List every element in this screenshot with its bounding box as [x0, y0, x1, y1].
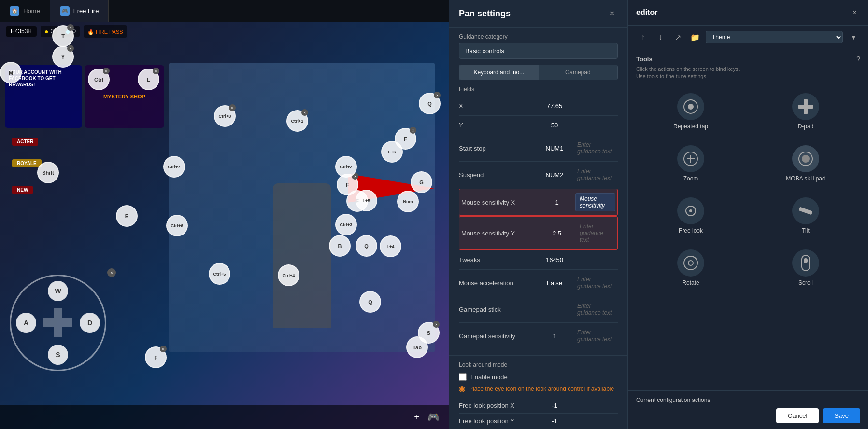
joystick[interactable]: W A S D: [10, 275, 106, 371]
toolbar-upload[interactable]: ↑: [636, 30, 650, 44]
scroll-label: Scroll: [798, 279, 813, 286]
key-shift[interactable]: Shift: [37, 162, 59, 183]
home-tab-label: Home: [23, 7, 40, 14]
svg-rect-3: [798, 105, 813, 109]
theme-select[interactable]: Theme: [706, 31, 843, 43]
toolbar-share[interactable]: ↗: [671, 30, 684, 44]
save-button[interactable]: Save: [823, 408, 860, 423]
key-num[interactable]: Num: [397, 191, 419, 212]
rotate-icon: [677, 249, 704, 277]
key-l4[interactable]: L+4: [380, 235, 401, 257]
enable-mode-row: Enable mode: [459, 373, 618, 381]
field-x: X 77.65: [459, 97, 618, 116]
bottom-plus[interactable]: +: [414, 412, 420, 423]
look-around-title: Look around mode: [459, 361, 618, 368]
guidance-category-input[interactable]: [459, 43, 618, 59]
account-id: H4353H: [6, 26, 37, 37]
radio-eye-icon[interactable]: [459, 386, 465, 392]
key-l[interactable]: L×: [138, 69, 159, 90]
svg-rect-15: [804, 258, 808, 263]
radio-label: Place the eye icon on the look around co…: [469, 386, 614, 392]
editor-close[interactable]: ×: [849, 7, 860, 18]
bottom-gamepad[interactable]: 🎮: [427, 411, 440, 423]
freefire-tab-label: Free Fire: [73, 7, 99, 14]
key-l5[interactable]: L+5: [356, 190, 377, 211]
tools-header: Tools ?: [636, 55, 860, 63]
editor-toolbar: ↑ ↓ ↗ 📁 Theme ▾: [628, 26, 868, 49]
key-y[interactable]: Y×: [52, 46, 74, 68]
editor-header: editor ×: [628, 0, 868, 26]
key-e[interactable]: E: [116, 205, 138, 227]
fields-section: Fields X 77.65 Y 50 Start stop NUM1 Ente…: [449, 86, 627, 349]
gamepad-tab[interactable]: Gamepad: [539, 65, 618, 80]
tool-scroll[interactable]: Scroll: [751, 245, 860, 291]
home-tab-icon: 🏠: [10, 6, 19, 16]
tool-repeated-tap[interactable]: Repeated tap: [636, 88, 745, 135]
field-tweaks: Tweaks 16450: [459, 250, 618, 270]
free-look-x-row: Free look position X -1: [459, 398, 618, 414]
joystick-w[interactable]: W: [48, 281, 68, 301]
tool-zoom[interactable]: Zoom: [636, 140, 745, 187]
key-ctrl6[interactable]: Ctrl+6: [166, 215, 188, 236]
joystick-a[interactable]: A: [16, 313, 36, 333]
joystick-close[interactable]: ×: [107, 268, 116, 277]
pan-settings-close[interactable]: ×: [606, 8, 618, 19]
key-g[interactable]: G: [411, 171, 432, 193]
tool-moba[interactable]: MOBA skill pad: [751, 140, 860, 187]
key-tab[interactable]: Tab: [406, 336, 428, 358]
tab-home[interactable]: 🏠 Home: [0, 0, 50, 22]
field-gamepad-sensitivity: Gamepad sensitivity 1 Enter guidance tex…: [459, 323, 618, 349]
joystick-cross: [43, 308, 72, 337]
tool-rotate[interactable]: Rotate: [636, 245, 745, 291]
pan-settings-panel: Pan settings × Guidance category Keyboar…: [449, 0, 628, 429]
field-suspend: Suspend NUM2 Enter guidance text: [459, 162, 618, 188]
key-ctrl[interactable]: Ctrl×: [88, 69, 110, 90]
look-around-section: Look around mode Enable mode Place the e…: [449, 361, 627, 429]
joystick-s[interactable]: S: [48, 345, 68, 365]
tilt-icon: [792, 197, 819, 224]
key-ctrl1[interactable]: Ctrl+1×: [286, 110, 308, 132]
key-t[interactable]: T×: [52, 25, 74, 47]
key-ctrl7[interactable]: Ctrl+7: [163, 156, 185, 178]
toolbar-folder[interactable]: 📁: [688, 30, 702, 44]
coin-icon: ●: [44, 28, 48, 35]
joystick-d[interactable]: D: [80, 313, 100, 333]
svg-point-10: [689, 209, 692, 212]
guidance-category-label: Guidance category: [449, 28, 627, 43]
toolbar-download[interactable]: ↓: [654, 30, 667, 44]
key-ctrl2[interactable]: Ctrl+2: [335, 156, 357, 178]
cancel-button[interactable]: Cancel: [776, 408, 819, 423]
key-q-bot[interactable]: Q: [359, 291, 381, 313]
key-ctrl8[interactable]: Ctrl+8×: [214, 105, 236, 127]
keyboard-mouse-tab[interactable]: Keyboard and mo...: [459, 65, 539, 80]
key-q-top[interactable]: Q×: [419, 93, 441, 114]
freelook-label: Free look: [679, 227, 703, 234]
freelook-icon: [677, 197, 704, 224]
theme-dropdown[interactable]: ▾: [847, 30, 860, 44]
moba-icon: [792, 145, 819, 172]
key-b[interactable]: B: [329, 235, 351, 257]
tool-freelook[interactable]: Free look: [636, 193, 745, 239]
config-title: Current configuration actions: [636, 397, 860, 403]
tool-tilt[interactable]: Tilt: [751, 193, 860, 239]
svg-rect-11: [798, 207, 812, 215]
key-l6[interactable]: L+6: [381, 141, 403, 163]
key-q-mid[interactable]: Q: [356, 235, 377, 257]
key-ctrl5[interactable]: Ctrl+5: [209, 263, 230, 285]
key-f-bot[interactable]: F×: [145, 346, 167, 368]
key-m[interactable]: M: [0, 62, 22, 83]
tool-dpad[interactable]: D-pad: [751, 88, 860, 135]
pan-settings-title: Pan settings: [459, 9, 511, 19]
key-ctrl3[interactable]: Ctrl+3: [335, 214, 357, 235]
tab-freefire[interactable]: 🎮 Free Fire: [50, 0, 109, 22]
repeated-tap-icon: [677, 93, 704, 120]
zoom-label: Zoom: [683, 175, 698, 182]
enable-mode-checkbox[interactable]: [459, 373, 467, 381]
field-start-stop: Start stop NUM1 Enter guidance text: [459, 135, 618, 162]
help-icon[interactable]: ?: [856, 55, 860, 63]
fire-pass-display: 🔥 FIRE PASS: [84, 25, 127, 38]
field-gamepad-stick: Gamepad stick Enter guidance text: [459, 296, 618, 323]
key-ctrl4[interactable]: Ctrl+4: [278, 264, 299, 286]
current-config-section: Current configuration actions Cancel Sav…: [628, 390, 868, 429]
svg-point-1: [688, 104, 694, 110]
